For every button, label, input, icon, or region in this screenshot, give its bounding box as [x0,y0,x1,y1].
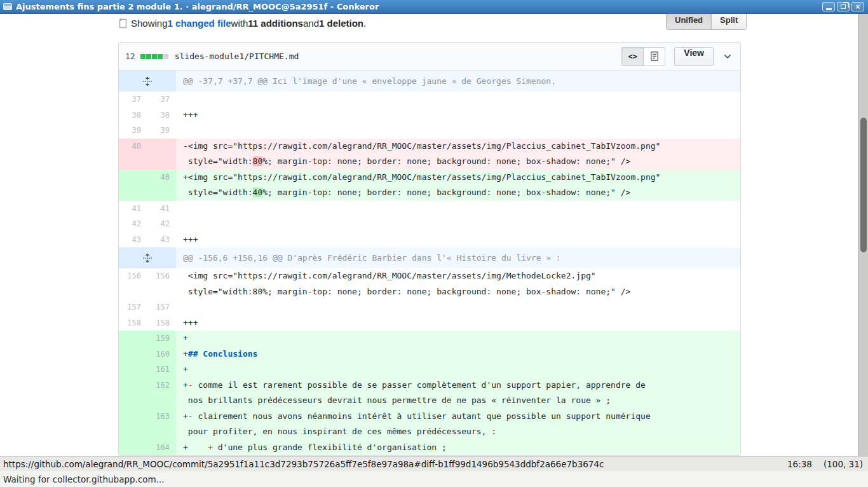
line-number-new[interactable] [147,139,176,170]
rich-diff-button[interactable] [643,47,665,66]
line-number-new[interactable]: 42 [147,216,176,232]
code-line: +++ [176,107,740,123]
document-icon [651,51,658,61]
minimize-button[interactable] [822,2,835,11]
diffstat-block-add [158,54,163,59]
line-number-old[interactable] [119,362,147,378]
minibuffer: Waiting for collector.githubapp.com... [0,471,868,487]
diff-row: 163+- clairement nous avons néanmoins in… [119,409,740,440]
line-number-old[interactable]: 38 [119,107,147,123]
hunk-header-text: @@ -156,6 +156,16 @@ D'après Frédéric Ba… [176,247,740,268]
close-button[interactable]: × [851,2,864,11]
diff-row: 40+<img src="https://rawgit.com/alegrand… [119,170,740,201]
line-number-old[interactable] [119,378,147,409]
line-number-new[interactable]: 157 [147,299,176,315]
line-number-old[interactable]: 37 [119,92,147,107]
line-number-new[interactable]: 41 [147,201,176,217]
line-number-new[interactable]: 43 [147,232,176,248]
unfold-icon [142,253,153,263]
code-line: +++ [176,232,740,248]
hunk-header-row: @@ -156,6 +156,16 @@ D'après Frédéric Ba… [119,247,740,268]
window-title: Ajustements fins partie 2 module 1. · al… [16,2,379,11]
split-button[interactable]: Split [711,14,747,30]
diff-row: 156156 <img src="https://rawgit.com/aleg… [119,268,740,299]
code-line [176,92,740,107]
line-number-old[interactable]: 42 [119,216,147,232]
line-number-old[interactable] [119,409,147,440]
line-number-old[interactable]: 40 [119,139,147,170]
line-number-old[interactable]: 156 [119,268,147,299]
hunk-header-row: @@ -37,7 +37,7 @@ Ici l'image d'une « en… [119,71,740,92]
file-menu-chevron[interactable] [724,54,731,59]
diffstat-block-add [146,54,151,59]
line-number-new[interactable]: 159 [147,331,176,346]
diff-row: 162+- comme il est rarement possible de … [119,378,740,409]
line-number-new[interactable]: 156 [147,268,176,299]
line-number-old[interactable]: 39 [119,123,147,139]
code-line: +++ [176,315,740,331]
line-number-new[interactable]: 161 [147,362,176,378]
code-line [176,299,740,315]
diff-container: 12 slides-module1/PITCHME.md <> View [118,42,741,456]
expand-hunk-button[interactable] [119,247,176,268]
maximize-button[interactable] [837,2,850,11]
line-number-old[interactable]: 158 [119,315,147,331]
line-number-old[interactable]: 41 [119,201,147,217]
diff-view-toggle: Unified Split [666,14,747,30]
status-bar: https://github.com/alegrand/RR_MOOC/comm… [0,456,868,471]
summary-suffix: . [363,18,366,29]
diff-row: 3838+++ [119,107,740,123]
view-button[interactable]: View [674,47,714,66]
line-number-old[interactable]: 157 [119,299,147,315]
line-number-old[interactable] [119,346,147,362]
close-icon: × [855,3,860,11]
code-line: -<img src="https://rawgit.com/alegrand/R… [176,139,740,170]
file-name-link[interactable]: slides-module1/PITCHME.md [175,51,299,61]
scrollbar-track[interactable] [858,14,868,456]
diff-row: 4242 [119,216,740,232]
code-line [176,216,740,232]
titlebar: Ajustements fins partie 2 module 1. · al… [0,0,868,14]
diffstat-block-neutral [163,54,168,59]
line-number-old[interactable] [119,440,147,456]
line-number-old[interactable]: 43 [119,232,147,248]
line-number-new[interactable]: 40 [147,170,176,201]
line-number-new[interactable]: 160 [147,346,176,362]
summary-and: and [303,18,319,29]
line-number-new[interactable]: 162 [147,378,176,409]
scrollbar-thumb[interactable] [860,118,867,252]
diffstat-count: 12 [125,51,135,61]
line-number-old[interactable] [119,170,147,201]
line-number-old[interactable] [119,331,147,346]
line-number-new[interactable]: 39 [147,123,176,139]
diff-row: 40-<img src="https://rawgit.com/alegrand… [119,139,740,170]
code-line: + [176,362,740,378]
unified-button[interactable]: Unified [666,14,712,30]
diffstat-block-add [140,54,146,59]
line-number-new[interactable]: 163 [147,409,176,440]
line-number-new[interactable]: 164 [147,440,176,456]
summary-prefix: Showing [131,18,168,29]
diff-row: 164+ + d'une plus grande flexibilité d'o… [119,440,740,456]
window-icon [3,3,12,10]
code-line: +## Conclusions [176,346,740,362]
diff-row: 157157 [119,299,740,315]
minimize-icon [826,8,832,10]
diff-row: 161+ [119,362,740,378]
status-clock: 16:38 [787,459,812,469]
additions-count: 11 additions [248,18,303,29]
diff-row: 3737 [119,92,740,107]
diff-row: 159+ [119,331,740,346]
diff-summary: Showing 1 changed file with 11 additions… [118,15,366,31]
minibuffer-message: Waiting for collector.githubapp.com... [3,474,165,484]
expand-hunk-button[interactable] [119,71,176,92]
changed-files-link[interactable]: 1 changed file [168,18,231,29]
code-line: +- clairement nous avons néanmoins intér… [176,409,740,440]
line-number-new[interactable]: 37 [147,92,176,107]
source-diff-button[interactable]: <> [621,47,644,66]
status-url: https://github.com/alegrand/RR_MOOC/comm… [3,459,604,469]
code-line: +- comme il est rarement possible de se … [176,378,740,409]
chevron-down-icon [724,54,731,59]
line-number-new[interactable]: 158 [147,315,176,331]
line-number-new[interactable]: 38 [147,107,176,123]
